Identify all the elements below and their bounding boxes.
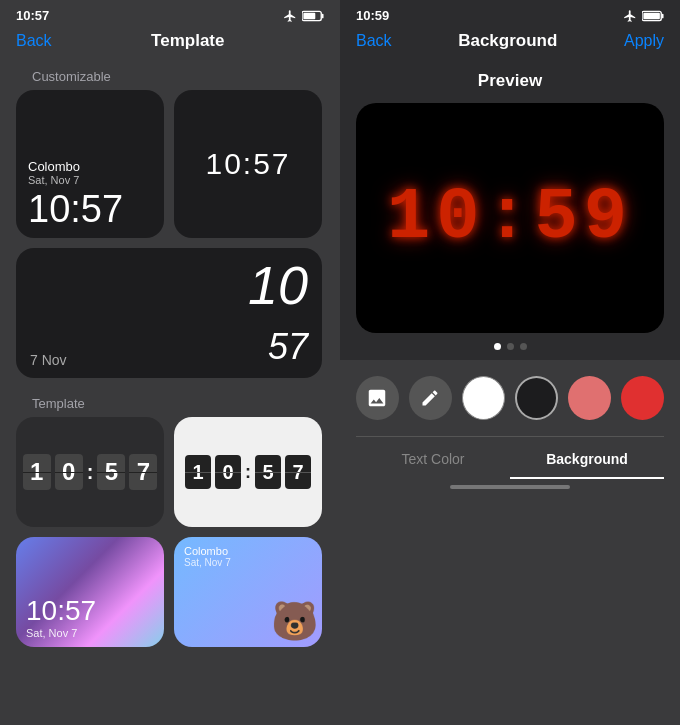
- widget-date-label: 7 Nov: [30, 352, 67, 368]
- dot-3: [520, 343, 527, 350]
- widget-date: Sat, Nov 7: [28, 174, 152, 186]
- led-clock-display: 10:59: [387, 177, 633, 259]
- bear-icon: 🐻: [271, 599, 318, 643]
- home-indicator: [450, 485, 570, 489]
- dot-2: [507, 343, 514, 350]
- flip-digit-w3: 5: [255, 455, 281, 489]
- left-back-button[interactable]: Back: [16, 32, 52, 50]
- battery-icon-r: [642, 10, 664, 22]
- char-city: Colombo: [184, 545, 312, 557]
- svg-rect-4: [662, 13, 664, 18]
- battery-icon: [302, 10, 324, 22]
- tab-text-color[interactable]: Text Color: [356, 437, 510, 479]
- widget-flip-white[interactable]: 1 0 : 5 7: [174, 417, 322, 527]
- airplane-icon-r: [623, 9, 637, 23]
- tab-bar: Text Color Background: [356, 436, 664, 479]
- black-swatch[interactable]: [515, 376, 558, 420]
- left-nav-title: Template: [151, 31, 224, 51]
- left-panel: 10:57 Back Template Customizable Colombo…: [0, 0, 340, 725]
- photo-swatch[interactable]: [356, 376, 399, 420]
- widgets-grid: Customizable Colombo Sat, Nov 7 10:57 10…: [0, 61, 340, 725]
- template-row: 1 0 : 5 7 1 0 : 5 7: [16, 417, 324, 527]
- flip-clock-dark: 1 0 : 5 7: [23, 454, 158, 490]
- white-swatch[interactable]: [462, 376, 505, 420]
- left-time: 10:57: [16, 8, 49, 23]
- airplane-icon: [283, 9, 297, 23]
- svg-rect-2: [303, 12, 315, 18]
- char-date: Sat, Nov 7: [184, 557, 312, 568]
- color-options-section: Text Color Background: [340, 360, 680, 725]
- widget-flip-dark[interactable]: 1 0 : 5 7: [16, 417, 164, 527]
- widget-digital-time: 10:57: [205, 147, 290, 181]
- widget-time-big: 10:57: [28, 190, 152, 228]
- right-nav-title: Background: [458, 31, 557, 51]
- right-status-icons: [623, 9, 664, 23]
- dots-indicator: [340, 333, 680, 360]
- right-back-button[interactable]: Back: [356, 32, 392, 50]
- right-status-bar: 10:59: [340, 0, 680, 27]
- left-status-bar: 10:57: [0, 0, 340, 27]
- flip-digit-2: 0: [55, 454, 83, 490]
- tab-background[interactable]: Background: [510, 437, 664, 479]
- right-panel: 10:59 Back Background Apply Preview 10:5…: [340, 0, 680, 725]
- svg-rect-1: [322, 13, 324, 18]
- flip-digit-4: 7: [129, 454, 157, 490]
- left-status-icons: [283, 9, 324, 23]
- color-swatches: [356, 376, 664, 420]
- photo-time: 10:57: [26, 595, 154, 627]
- template-row-2: 10:57 Sat, Nov 7 Colombo Sat, Nov 7 🐻: [16, 537, 324, 647]
- preview-title: Preview: [340, 61, 680, 103]
- widget-character[interactable]: Colombo Sat, Nov 7 🐻: [174, 537, 322, 647]
- svg-rect-5: [643, 12, 660, 18]
- pen-icon: [420, 388, 440, 408]
- right-time: 10:59: [356, 8, 389, 23]
- customizable-label: Customizable: [16, 61, 324, 90]
- customizable-row-1: Colombo Sat, Nov 7 10:57 10:57: [16, 90, 324, 238]
- apply-button[interactable]: Apply: [624, 32, 664, 50]
- flip-digit-w2: 0: [215, 455, 241, 489]
- photo-date: Sat, Nov 7: [26, 627, 154, 639]
- photo-icon: [366, 387, 388, 409]
- pen-swatch[interactable]: [409, 376, 452, 420]
- widget-small-num: 57: [268, 326, 308, 368]
- salmon-swatch[interactable]: [568, 376, 611, 420]
- widget-digital-small[interactable]: 10:57: [174, 90, 322, 238]
- flip-digit-3: 5: [97, 454, 125, 490]
- left-nav-bar: Back Template: [0, 27, 340, 61]
- widget-photo[interactable]: 10:57 Sat, Nov 7: [16, 537, 164, 647]
- preview-area: 10:59: [356, 103, 664, 333]
- widget-city: Colombo: [28, 159, 152, 174]
- flip-colon-1: :: [87, 462, 94, 482]
- widget-clock-large[interactable]: Colombo Sat, Nov 7 10:57: [16, 90, 164, 238]
- flip-digit-w4: 7: [285, 455, 311, 489]
- flip-clock-white: 1 0 : 5 7: [185, 455, 311, 489]
- template-label: Template: [16, 388, 324, 417]
- widget-big-num: 10: [248, 258, 308, 312]
- flip-digit-1: 1: [23, 454, 51, 490]
- widget-wide-card[interactable]: 10 7 Nov 57: [16, 248, 322, 378]
- dot-1: [494, 343, 501, 350]
- flip-colon-w1: :: [245, 462, 251, 483]
- flip-digit-w1: 1: [185, 455, 211, 489]
- red-swatch[interactable]: [621, 376, 664, 420]
- right-nav-bar: Back Background Apply: [340, 27, 680, 61]
